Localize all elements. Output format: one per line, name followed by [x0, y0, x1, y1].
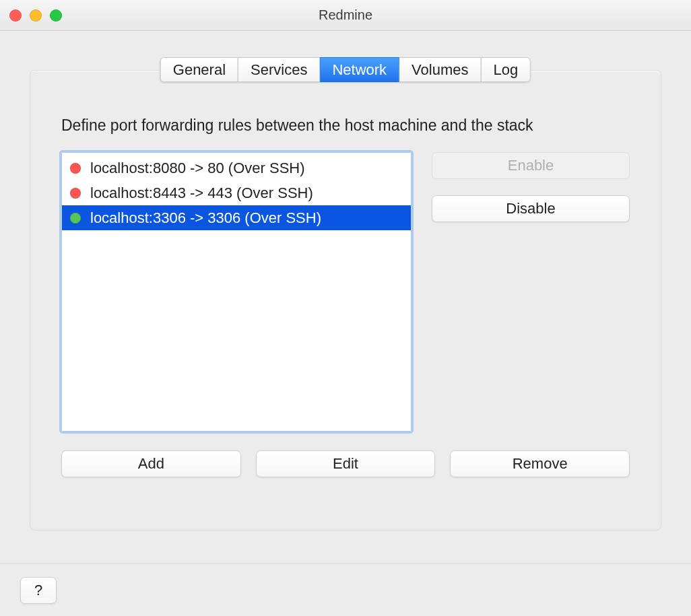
edit-button[interactable]: Edit	[256, 450, 436, 477]
panel-description: Define port forwarding rules between the…	[61, 116, 630, 135]
port-forwarding-list[interactable]: localhost:8080 -> 80 (Over SSH) localhos…	[61, 152, 412, 432]
enable-button[interactable]: Enable	[432, 152, 630, 179]
settings-panel: General Services Network Volumes Log Def…	[30, 70, 661, 531]
side-buttons: Enable Disable	[432, 152, 630, 432]
status-dot-icon	[70, 188, 81, 199]
tab-log[interactable]: Log	[481, 57, 531, 82]
bottom-buttons: Add Edit Remove	[61, 450, 630, 477]
list-item[interactable]: localhost:8080 -> 80 (Over SSH)	[62, 156, 411, 180]
rule-text: localhost:8443 -> 443 (Over SSH)	[90, 184, 313, 202]
tab-bar: General Services Network Volumes Log	[160, 57, 531, 82]
disable-button[interactable]: Disable	[432, 195, 630, 222]
zoom-icon[interactable]	[50, 9, 62, 22]
status-dot-icon	[70, 213, 81, 224]
rule-text: localhost:3306 -> 3306 (Over SSH)	[90, 209, 321, 227]
titlebar: Redmine	[0, 0, 691, 31]
add-button[interactable]: Add	[61, 450, 241, 477]
help-button[interactable]: ?	[20, 577, 57, 604]
list-item[interactable]: localhost:8443 -> 443 (Over SSH)	[62, 180, 411, 205]
rule-text: localhost:8080 -> 80 (Over SSH)	[90, 160, 305, 177]
bottom-bar: ?	[0, 563, 691, 616]
window-title: Redmine	[0, 7, 691, 23]
close-icon[interactable]	[9, 9, 22, 22]
tab-network[interactable]: Network	[319, 57, 399, 82]
main-row: localhost:8080 -> 80 (Over SSH) localhos…	[61, 152, 630, 432]
status-dot-icon	[70, 163, 81, 174]
tab-general[interactable]: General	[160, 57, 238, 82]
tab-services[interactable]: Services	[238, 57, 320, 82]
remove-button[interactable]: Remove	[450, 450, 630, 477]
list-item[interactable]: localhost:3306 -> 3306 (Over SSH)	[62, 205, 411, 230]
traffic-lights	[9, 9, 62, 22]
app-window: Redmine General Services Network Volumes…	[0, 0, 691, 616]
tab-volumes[interactable]: Volumes	[399, 57, 481, 82]
minimize-icon[interactable]	[30, 9, 42, 22]
window-body: General Services Network Volumes Log Def…	[0, 31, 691, 563]
